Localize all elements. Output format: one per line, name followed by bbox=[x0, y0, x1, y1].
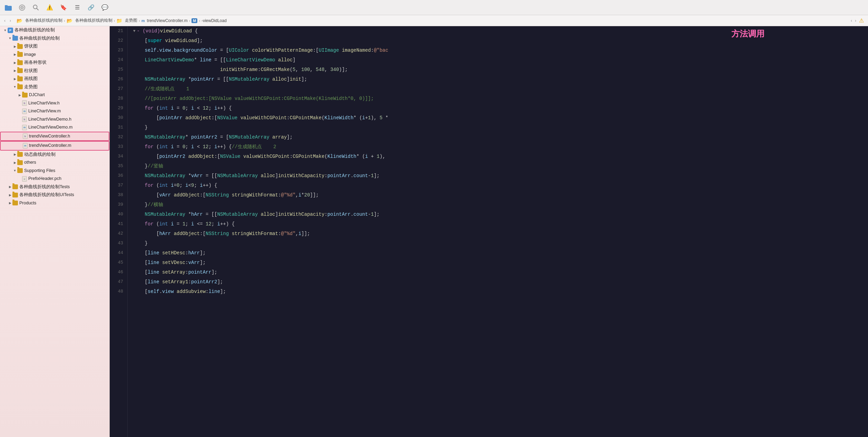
line-num-24: 24 bbox=[110, 55, 123, 65]
sidebar-item-others[interactable]: others bbox=[0, 159, 109, 167]
bar-folder-icon bbox=[17, 68, 23, 73]
line-num-32: 32 bbox=[110, 132, 123, 142]
sidebar-item-tests[interactable]: 各种曲线折线的绘制Tests bbox=[0, 183, 109, 191]
sidebar-item-djchart[interactable]: DJChart bbox=[0, 91, 109, 99]
code-line-22: [super viewDidLoad]; bbox=[133, 36, 868, 45]
line-num-42: 42 bbox=[110, 229, 123, 238]
target-icon[interactable] bbox=[18, 3, 26, 12]
line-num-34: 34 bbox=[110, 152, 123, 161]
fold-arrow-21[interactable]: ▼ bbox=[133, 26, 136, 36]
breadcrumb-label-0: 各种曲线折线的绘制 bbox=[25, 18, 62, 23]
folder-icon[interactable] bbox=[4, 3, 12, 12]
bookmark-icon[interactable]: 🔖 bbox=[59, 3, 68, 12]
sidebar-item-uitests[interactable]: 各种曲线折线的绘制UITests bbox=[0, 191, 109, 199]
line-num-30: 30 bbox=[110, 113, 123, 123]
sidebar-item-bar[interactable]: 柱状图 bbox=[0, 67, 109, 75]
sidebar-item-products[interactable]: Products bbox=[0, 199, 109, 207]
breadcrumb-right-icons: ‹ › ⚠ bbox=[851, 17, 864, 24]
line-num-27: 27 bbox=[110, 84, 123, 94]
sidebar-item-dynamic[interactable]: 动态曲线的绘制 bbox=[0, 151, 109, 159]
sidebar-item-linechartviewdemo-h[interactable]: h LineChartViewDemo.h 方法调用 bbox=[0, 115, 109, 124]
trendvc-h-icon: h bbox=[23, 133, 28, 139]
others-folder-icon bbox=[17, 160, 23, 165]
sidebar-item-trendvc-h[interactable]: h trendViewController.h bbox=[0, 132, 109, 141]
breadcrumb-item-1[interactable]: 📂 各种曲线折线的绘制 bbox=[67, 18, 112, 23]
sidebar-item-supporting[interactable]: Supporting Files bbox=[0, 167, 109, 175]
code-line-36: NSMutableArray *vArr = [[NSMutableArray … bbox=[133, 171, 868, 181]
code-line-28: //[pointArr addObject:[NSValue valueWith… bbox=[133, 94, 868, 103]
breadcrumb-nav-left[interactable]: ‹ bbox=[4, 18, 6, 23]
code-line-38: [vArr addObject:[NSString stringWithForm… bbox=[133, 190, 868, 200]
line-num-33: 33 bbox=[110, 142, 123, 152]
breadcrumb-sep-1: › bbox=[64, 19, 65, 23]
line-num-37: 37 bbox=[110, 181, 123, 190]
line-numbers: 21 22 23 24 25 26 27 28 29 30 31 32 33 3… bbox=[110, 26, 128, 437]
code-line-26: NSMutableArray *pointArr = [[NSMutableAr… bbox=[133, 74, 868, 84]
sidebar-item-root-folder[interactable]: 各种曲线折线的绘制 bbox=[0, 34, 109, 43]
chevron-right-icon[interactable]: › bbox=[855, 18, 856, 23]
sidebar-item-linechart[interactable]: 画线图 bbox=[0, 75, 109, 83]
shapes-arrow bbox=[12, 60, 17, 65]
line-num-29: 29 bbox=[110, 103, 123, 113]
line-num-41: 41 bbox=[110, 219, 123, 229]
list-icon[interactable]: ☰ bbox=[73, 3, 81, 12]
breadcrumb-method[interactable]: -viewDidLoad bbox=[201, 18, 227, 23]
sidebar-item-linechartviewdemo-m[interactable]: m LineChartViewDemo.m bbox=[0, 123, 109, 132]
sidebar-item-project-root[interactable]: P 各种曲线折线的绘制 bbox=[0, 26, 109, 34]
code-content: 21 22 23 24 25 26 27 28 29 30 31 32 33 3… bbox=[110, 26, 868, 437]
sidebar: P 各种曲线折线的绘制 各种曲线折线的绘制 饼状图 image 画各种形状 bbox=[0, 26, 110, 437]
code-editor[interactable]: 方法调用 21 22 23 24 25 26 27 28 29 30 31 32… bbox=[110, 26, 868, 437]
linechart-label: 画线图 bbox=[24, 76, 38, 82]
breadcrumb-m-badge: M bbox=[191, 18, 197, 23]
bar-arrow bbox=[12, 68, 17, 73]
others-arrow bbox=[12, 160, 17, 165]
prefixheader-icon: p bbox=[22, 176, 27, 182]
breadcrumb: ‹ › 📂 各种曲线折线的绘制 › 📂 各种曲线折线的绘制 › 📁 走势图 › … bbox=[0, 15, 868, 26]
line-num-40: 40 bbox=[110, 210, 123, 219]
sidebar-item-pie[interactable]: 饼状图 bbox=[0, 42, 109, 51]
line-num-38: 38 bbox=[110, 190, 123, 200]
sidebar-item-shapes[interactable]: 画各种形状 bbox=[0, 59, 109, 67]
uitests-arrow bbox=[8, 193, 12, 197]
sidebar-item-linechartview-h[interactable]: h LineChartView.h bbox=[0, 99, 109, 108]
sidebar-item-trendvc-m[interactable]: m trendViewController.m 方法调用 bbox=[0, 141, 109, 151]
code-area[interactable]: ▼ - (void)viewDidLoad { [super viewDidLo… bbox=[128, 26, 868, 437]
sidebar-item-trend[interactable]: 走势图 bbox=[0, 83, 109, 91]
pie-folder-icon bbox=[17, 44, 23, 49]
tests-label: 各种曲线折线的绘制Tests bbox=[19, 184, 70, 190]
breadcrumb-item-file[interactable]: m trendViewController.m bbox=[141, 18, 188, 23]
breadcrumb-badge[interactable]: M bbox=[191, 18, 197, 23]
code-line-47: [line setArray1:pointArr2]; bbox=[133, 277, 868, 287]
comment-icon[interactable]: 💬 bbox=[101, 3, 109, 12]
code-line-39: }//横轴 bbox=[133, 200, 868, 210]
svg-rect-1 bbox=[5, 5, 8, 7]
sidebar-item-prefixheader[interactable]: p PrefixHeader.pch bbox=[0, 175, 109, 183]
breadcrumb-nav-right[interactable]: › bbox=[10, 18, 11, 23]
search-icon[interactable] bbox=[32, 3, 40, 12]
supporting-label: Supporting Files bbox=[24, 168, 55, 174]
code-line-21: ▼ - (void)viewDidLoad { bbox=[133, 26, 868, 36]
djchart-arrow bbox=[17, 93, 22, 98]
chevron-left-icon[interactable]: ‹ bbox=[851, 18, 852, 23]
trendvc-m-icon: m bbox=[23, 143, 28, 149]
line-num-46: 46 bbox=[110, 267, 123, 277]
uitests-label: 各种曲线折线的绘制UITests bbox=[19, 192, 74, 198]
sidebar-item-linechartview-m[interactable]: m LineChartView.m bbox=[0, 107, 109, 115]
breadcrumb-item-trend[interactable]: 📁 走势图 bbox=[116, 18, 137, 23]
link-icon[interactable]: 🔗 bbox=[87, 3, 95, 12]
linechartview-m-icon: m bbox=[22, 109, 27, 114]
line-num-25: 25 bbox=[110, 65, 123, 74]
products-label: Products bbox=[19, 200, 36, 206]
main-content: P 各种曲线折线的绘制 各种曲线折线的绘制 饼状图 image 画各种形状 bbox=[0, 26, 868, 437]
svg-point-4 bbox=[22, 7, 23, 8]
code-line-37: for (int i=0; i<9; i++) { bbox=[133, 181, 868, 190]
sidebar-item-image[interactable]: image bbox=[0, 51, 109, 59]
code-line-35: }//竖轴 bbox=[133, 161, 868, 171]
code-line-24: LineChartViewDemo* line = [[LineChartVie… bbox=[133, 55, 868, 65]
trendvc-m-label: trendViewController.m bbox=[29, 143, 71, 149]
breadcrumb-item-0[interactable]: ‹ › 📂 各种曲线折线的绘制 bbox=[4, 18, 62, 23]
linechartview-h-label: LineChartView.h bbox=[28, 100, 60, 106]
shapes-folder-icon bbox=[17, 60, 23, 65]
warning-icon[interactable]: ⚠️ bbox=[46, 3, 54, 12]
code-line-31: } bbox=[133, 123, 868, 132]
